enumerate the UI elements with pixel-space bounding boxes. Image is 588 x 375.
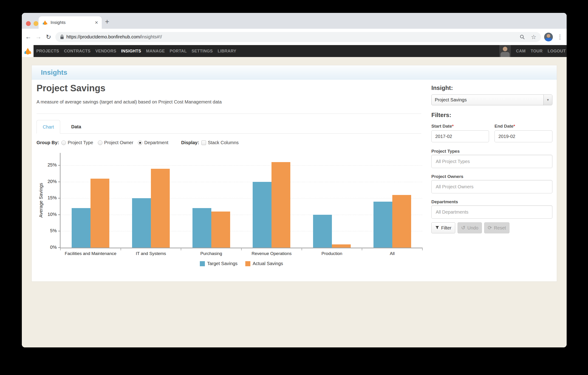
required-asterisk: * [452, 124, 454, 129]
app-nav-right: CAMTOURLOGOUT [499, 45, 567, 57]
end-date-input[interactable] [494, 130, 552, 142]
bookmark-star-icon[interactable]: ☆ [531, 34, 536, 40]
filter-buttons-row: Filter↺Undo⟳Reset [431, 222, 552, 233]
bar-target-savings [132, 198, 151, 248]
undo-button[interactable]: ↺Undo [458, 222, 482, 233]
departments-label: Departments [431, 199, 458, 204]
radio-button[interactable] [138, 141, 142, 145]
legend-label: Actual Savings [253, 261, 283, 266]
group-by-option-project-type[interactable]: Project Type [61, 140, 93, 145]
gridline [60, 198, 422, 199]
bar-target-savings [373, 202, 392, 248]
avatar-head [503, 47, 507, 51]
nav-item-vendors[interactable]: VENDORS [95, 49, 116, 54]
nav-item-contracts[interactable]: CONTRACTS [64, 49, 91, 54]
y-tick-label: 20% [40, 179, 57, 184]
start-date-label: Start Date* [431, 124, 454, 129]
bar-target-savings [253, 182, 272, 248]
group-by-option-department[interactable]: Department [138, 140, 168, 145]
display-label: Display: [181, 140, 199, 145]
back-icon[interactable]: ← [23, 33, 33, 41]
y-tick-label: 25% [40, 162, 57, 168]
y-axis-tick [58, 215, 60, 215]
project-types-label: Project Types [431, 149, 460, 154]
nav-item-tour[interactable]: TOUR [531, 49, 543, 54]
reset-button[interactable]: ⟳Reset [484, 222, 509, 233]
page-subtitle: A measure of average savings (target and… [37, 99, 421, 105]
legend-item[interactable]: Target Savings [200, 261, 238, 266]
y-tick-label: 5% [40, 228, 57, 233]
bar-target-savings [313, 215, 332, 248]
departments-placeholder: All Departments [436, 210, 468, 215]
nav-item-cam[interactable]: CAM [516, 49, 525, 54]
nav-item-logout[interactable]: LOGOUT [547, 49, 566, 54]
insights-header-band: Insights [32, 65, 557, 79]
tab-data[interactable]: Data [65, 120, 87, 133]
project-owners-input[interactable]: All Project Owners [431, 180, 552, 193]
insight-heading: Insight: [431, 84, 453, 91]
search-icon[interactable] [520, 34, 525, 40]
x-axis-tick [181, 248, 181, 250]
app-nav-right-items: CAMTOURLOGOUT [516, 49, 566, 54]
bar-actual-savings [332, 244, 351, 248]
browser-tab[interactable]: Insights × [39, 16, 102, 29]
nav-item-insights[interactable]: INSIGHTS [121, 49, 141, 54]
departments-input[interactable]: All Departments [431, 205, 552, 219]
nav-item-portal[interactable]: PORTAL [170, 49, 187, 54]
address-bar[interactable]: https://productdemo.bonfirehub.com/insig… [55, 32, 541, 42]
stack-columns-option[interactable]: Stack Columns [201, 140, 239, 145]
start-date-input[interactable] [431, 130, 489, 142]
project-owners-label: Project Owners [431, 174, 463, 179]
new-tab-button[interactable]: + [105, 18, 109, 25]
radio-button[interactable] [98, 141, 103, 145]
browser-menu-icon[interactable]: ⋮ [557, 33, 563, 41]
legend-item[interactable]: Actual Savings [245, 261, 283, 266]
project-owners-placeholder: All Project Owners [436, 184, 474, 189]
url-path: insights#!/ [141, 34, 162, 39]
user-avatar[interactable] [499, 45, 511, 57]
radio-label: Department [144, 140, 168, 145]
sidebar: Insight: Project Savings ▼ Filters: Star… [431, 80, 552, 282]
group-by-option-project-owner[interactable]: Project Owner [98, 140, 134, 145]
filter-button[interactable]: Filter [431, 222, 455, 233]
url-text: https://productdemo.bonfirehub.com/insig… [66, 34, 162, 40]
stack-columns-checkbox[interactable] [201, 141, 206, 145]
bar-actual-savings [272, 162, 290, 248]
nav-item-settings[interactable]: SETTINGS [191, 49, 213, 54]
project-types-input[interactable]: All Project Types [431, 155, 552, 168]
insight-select-value: Project Savings [435, 97, 544, 102]
end-date-label: End Date* [494, 124, 515, 129]
gridline [60, 165, 422, 165]
bonfire-logo[interactable] [22, 45, 33, 57]
avatar-body [501, 52, 510, 57]
close-window-button[interactable] [26, 21, 31, 26]
chevron-down-icon[interactable]: ▼ [544, 95, 552, 105]
browser-urlbar: ← → ↻ https://productdemo.bonfirehub.com… [22, 29, 567, 45]
nav-item-projects[interactable]: PROJECTS [36, 49, 59, 54]
undo-icon: ↺ [461, 225, 465, 230]
category-label: Revenue Operations [242, 251, 302, 256]
nav-item-manage[interactable]: MANAGE [146, 49, 165, 54]
bar-chart: Average Savings 0%5%10%15%20%25%Faciliti… [60, 153, 422, 248]
url-origin: https://productdemo.bonfirehub.com/ [66, 34, 141, 39]
tab-close-icon[interactable]: × [95, 20, 98, 25]
reset-icon: ⟳ [488, 225, 492, 230]
y-tick-label: 15% [40, 195, 57, 200]
bar-target-savings [192, 208, 211, 248]
nav-item-library[interactable]: LIBRARY [218, 49, 236, 54]
bar-actual-savings [392, 195, 411, 248]
tab-chart[interactable]: Chart [37, 120, 60, 133]
minimize-window-button[interactable] [33, 21, 38, 26]
y-tick-label: 0% [40, 245, 57, 250]
gridline [60, 182, 422, 182]
bar-target-savings [72, 208, 91, 248]
browser-profile-avatar[interactable] [544, 33, 553, 41]
reload-icon[interactable]: ↻ [43, 33, 53, 41]
radio-button[interactable] [61, 141, 66, 145]
category-label: Production [302, 251, 362, 256]
button-label: Filter [441, 225, 451, 231]
insight-select[interactable]: Project Savings ▼ [431, 95, 552, 105]
forward-icon[interactable]: → [33, 33, 43, 41]
divider [37, 114, 421, 114]
filters-heading: Filters: [431, 111, 451, 119]
